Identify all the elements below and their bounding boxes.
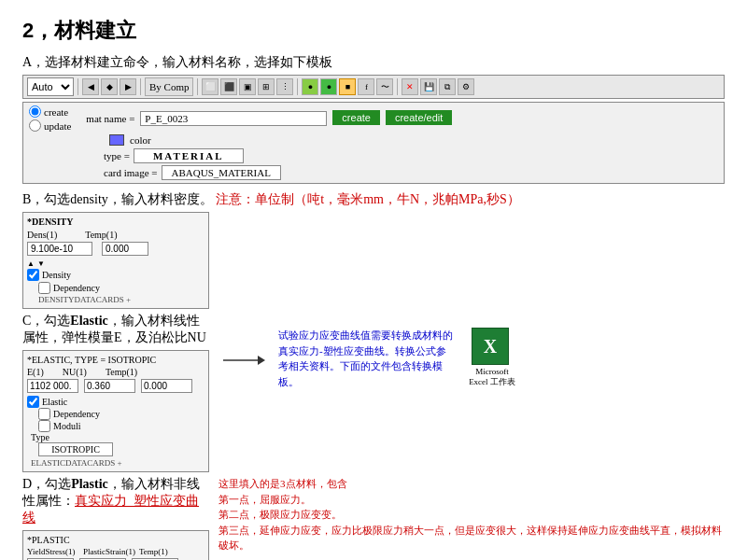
color-swatch[interactable] bbox=[109, 134, 124, 146]
toolbar-auto-select[interactable]: Auto bbox=[27, 77, 74, 96]
plastic-note1: 这里填入的是3点材料，包含 bbox=[218, 476, 725, 492]
toolbar-bycomp-button[interactable]: By Comp bbox=[145, 77, 193, 96]
density-check-area: ▲ ▼ Density Dependency DENSITYDATACARDS … bbox=[27, 259, 204, 304]
plastic-title: *PLASTIC bbox=[27, 535, 204, 545]
mat-name-label: mat name = bbox=[86, 113, 134, 124]
card-row: card image = ABAQUS_MATERIAL bbox=[104, 165, 718, 180]
radio-create[interactable]: create bbox=[29, 105, 71, 118]
create-update-radio: create update bbox=[29, 105, 71, 132]
section-d-row: D，勾选Plastic，输入材料非线性属性：真实应力_塑性应变曲线 *PLAST… bbox=[22, 476, 725, 560]
section-b-note: 注意：单位制（吨t，毫米mm，牛N，兆帕MPa,秒S） bbox=[216, 192, 520, 206]
svg-marker-1 bbox=[258, 356, 265, 365]
toolbar-icon-arrow-right[interactable]: ▶ bbox=[120, 78, 136, 95]
type-value: MATERIAL bbox=[134, 148, 244, 163]
section-d-plastic-word: Plastic bbox=[71, 477, 108, 491]
section-d-left: D，勾选Plastic，输入材料非线性属性：真实应力_塑性应变曲线 *PLAST… bbox=[22, 476, 209, 560]
elastic-data-row bbox=[27, 379, 204, 393]
color-row: color bbox=[29, 134, 718, 146]
toolbar-icon-orange[interactable]: ■ bbox=[339, 78, 356, 95]
create-button[interactable]: create bbox=[332, 110, 380, 125]
dependency-label: Dependency bbox=[53, 283, 100, 293]
elastic-datasheet[interactable]: ELASTICDATACARDS + bbox=[31, 458, 204, 468]
density-scroll-up: ▲ ▼ bbox=[27, 259, 204, 268]
type-value-el: ISOTROPIC bbox=[38, 442, 113, 456]
elastic-header: E(1) NU(1) Temp(1) bbox=[27, 367, 204, 377]
section-a-label: A，选择材料建立命令，输入材料名称，选择如下模板 bbox=[22, 54, 725, 71]
radio-create-label: create bbox=[44, 106, 68, 118]
toolbar-icon-save[interactable]: 💾 bbox=[420, 78, 437, 95]
excel-note-area: 试验应力应变曲线值需要转换成材料的真实应力-塑性应变曲线。转换公式参考相关资料。… bbox=[278, 328, 456, 393]
toolbar-icon-cube1[interactable]: ⬜ bbox=[202, 78, 218, 95]
toolbar-icon-box[interactable]: ▣ bbox=[239, 78, 256, 95]
density-col2: Temp(1) bbox=[85, 230, 117, 240]
toolbar-icon-wave[interactable]: 〜 bbox=[376, 78, 393, 95]
toolbar-icon-func[interactable]: f bbox=[358, 78, 374, 95]
density-val1[interactable] bbox=[27, 242, 92, 256]
mat-form: create update mat name = P_E_0023 create… bbox=[22, 102, 725, 184]
elastic-dep-label: Dependency bbox=[53, 409, 100, 419]
toolbar-icon-cube2[interactable]: ⬛ bbox=[220, 78, 237, 95]
elastic-title: *ELASTIC, TYPE = ISOTROPIC bbox=[27, 355, 204, 365]
check-density[interactable]: Density bbox=[27, 269, 204, 281]
density-col1: Dens(1) bbox=[27, 230, 57, 240]
plastic-note4: 第三点，延伸应力应变，应力比极限应力稍大一点，但是应变很大，这样保持延伸应力应变… bbox=[218, 523, 725, 553]
toolbar-icon-green1[interactable]: ● bbox=[302, 78, 318, 95]
toolbar-sep-5 bbox=[397, 78, 398, 95]
plastic-box: *PLASTIC YieldStress(1) PlasticStrain(1)… bbox=[22, 530, 209, 560]
check-moduli[interactable]: Moduli bbox=[38, 420, 204, 432]
section-d-label: D，勾选Plastic，输入材料非线性属性：真实应力_塑性应变曲线 bbox=[22, 476, 209, 526]
card-image-value: ABAQUS_MATERIAL bbox=[162, 165, 281, 180]
elastic-col1: E(1) bbox=[27, 367, 44, 377]
section-c-prefix: C，勾选 bbox=[22, 314, 70, 328]
elastic-check-label: Elastic bbox=[42, 397, 67, 407]
check-elastic[interactable]: Elastic bbox=[27, 396, 204, 408]
plastic-note3: 第二点，极限应力应变变。 bbox=[218, 507, 725, 523]
page: 2，材料建立 A，选择材料建立命令，输入材料名称，选择如下模板 Auto ◀ ◆… bbox=[0, 0, 747, 560]
section-c-label: C，勾选Elastic，输入材料线性属性，弹性模量E，及泊松比NU bbox=[22, 313, 209, 346]
toolbar-icon-green2[interactable]: ● bbox=[320, 78, 337, 95]
check-dependency[interactable]: Dependency bbox=[38, 282, 204, 294]
plastic-col3: Temp(1) bbox=[139, 547, 173, 556]
plastic-col1: YieldStress(1) bbox=[27, 547, 79, 556]
section-d-right: 这里填入的是3点材料，包含 第一点，屈服应力。 第二点，极限应力应变变。 第三点… bbox=[218, 476, 725, 553]
density-box: *DENSITY Dens(1) Temp(1) ▲ ▼ De bbox=[22, 212, 209, 309]
toolbar-icon-arrow-left[interactable]: ◀ bbox=[82, 78, 99, 95]
toolbar-sep-4 bbox=[297, 78, 298, 95]
toolbar-icon-dots[interactable]: ⋮ bbox=[276, 78, 293, 95]
toolbar-icon-grid[interactable]: ⊞ bbox=[258, 78, 275, 95]
arrow-area bbox=[218, 346, 265, 374]
elastic-val1[interactable] bbox=[27, 379, 78, 393]
toolbar-icon-x[interactable]: ✕ bbox=[402, 78, 418, 95]
density-datasheet[interactable]: DENSITYDATACARDS + bbox=[38, 295, 204, 304]
toolbar-icon-copy[interactable]: ⧉ bbox=[439, 78, 456, 95]
section-b-label: B，勾选density，输入材料密度。 注意：单位制（吨t，毫米mm，牛N，兆帕… bbox=[22, 191, 725, 208]
section-d-prefix: D，勾选 bbox=[22, 477, 71, 491]
create-edit-button[interactable]: create/edit bbox=[386, 110, 452, 125]
section-b-left: B，勾选density，输入材料密度。 注意：单位制（吨t，毫米mm，牛N，兆帕… bbox=[22, 191, 725, 309]
plastic-note2: 第一点，屈服应力。 bbox=[218, 492, 725, 508]
density-check-label: Density bbox=[42, 270, 71, 280]
toolbar-icon-diamond[interactable]: ◆ bbox=[101, 78, 118, 95]
density-row bbox=[27, 242, 204, 256]
elastic-val2[interactable] bbox=[84, 379, 135, 393]
elastic-col3: Temp(1) bbox=[106, 367, 137, 377]
moduli-label: Moduli bbox=[53, 421, 80, 431]
toolbar-icon-settings[interactable]: ⚙ bbox=[458, 78, 474, 95]
excel-note-text: 试验应力应变曲线值需要转换成材料的真实应力-塑性应变曲线。转换公式参考相关资料。… bbox=[278, 328, 456, 389]
section-a: A，选择材料建立命令，输入材料名称，选择如下模板 Auto ◀ ◆ ▶ By C… bbox=[22, 54, 725, 184]
check-elastic-dependency[interactable]: Dependency bbox=[38, 408, 204, 420]
type-label-el: Type bbox=[31, 432, 204, 442]
section-c-row: C，勾选Elastic，输入材料线性属性，弹性模量E，及泊松比NU *ELAST… bbox=[22, 313, 725, 472]
section-c-left: C，勾选Elastic，输入材料线性属性，弹性模量E，及泊松比NU *ELAST… bbox=[22, 313, 209, 472]
density-val2[interactable] bbox=[102, 242, 148, 256]
elastic-val3[interactable] bbox=[141, 379, 192, 393]
radio-update[interactable]: update bbox=[29, 119, 71, 132]
card-image-label: card image = bbox=[104, 167, 158, 178]
excel-icon[interactable]: X bbox=[472, 328, 509, 365]
elastic-box: *ELASTIC, TYPE = ISOTROPIC E(1) NU(1) Te… bbox=[22, 350, 209, 472]
type-row: type = MATERIAL bbox=[104, 148, 718, 163]
toolbar-sep-2 bbox=[140, 78, 141, 95]
section-c-elastic-word: Elastic bbox=[70, 314, 107, 328]
type-label: type = bbox=[104, 150, 130, 161]
excel-icon-area: X Microsoft Excel 工作表 bbox=[469, 328, 515, 388]
